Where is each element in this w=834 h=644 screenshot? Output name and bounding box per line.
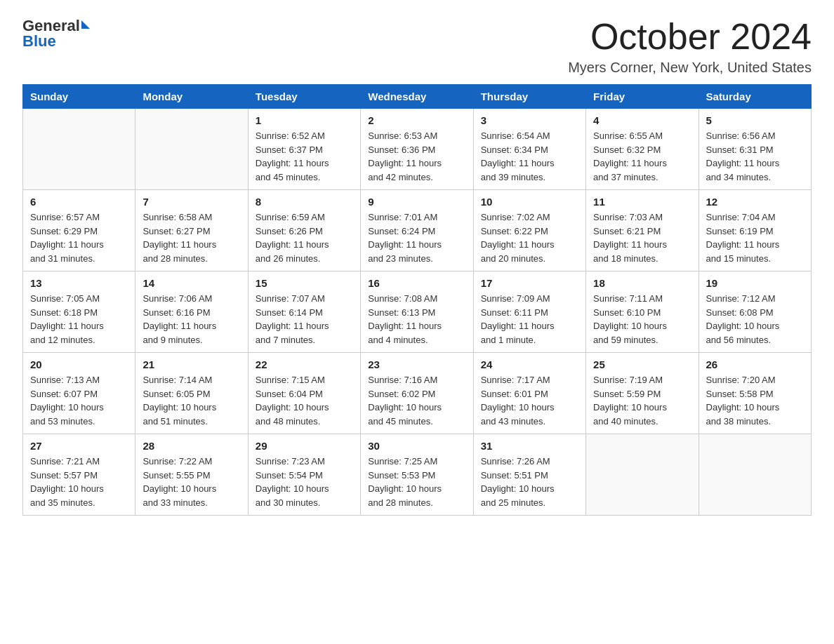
day-number: 11 [593, 196, 691, 208]
day-info: Sunrise: 7:02 AM Sunset: 6:22 PM Dayligh… [481, 210, 578, 265]
day-number: 10 [481, 196, 578, 208]
day-number: 12 [706, 196, 804, 208]
day-info: Sunrise: 7:17 AM Sunset: 6:01 PM Dayligh… [481, 373, 578, 428]
day-info: Sunrise: 7:20 AM Sunset: 5:58 PM Dayligh… [706, 373, 804, 428]
calendar-cell: 18Sunrise: 7:11 AM Sunset: 6:10 PM Dayli… [586, 271, 699, 353]
calendar-cell: 10Sunrise: 7:02 AM Sunset: 6:22 PM Dayli… [473, 190, 585, 271]
day-info: Sunrise: 6:58 AM Sunset: 6:27 PM Dayligh… [143, 210, 240, 265]
calendar-cell: 30Sunrise: 7:25 AM Sunset: 5:53 PM Dayli… [361, 434, 473, 516]
calendar-cell: 29Sunrise: 7:23 AM Sunset: 5:54 PM Dayli… [248, 434, 360, 516]
logo-blue-text: Blue [22, 32, 56, 51]
calendar-cell: 2Sunrise: 6:53 AM Sunset: 6:36 PM Daylig… [361, 109, 473, 190]
calendar-week-row: 13Sunrise: 7:05 AM Sunset: 6:18 PM Dayli… [23, 271, 812, 353]
calendar-week-row: 20Sunrise: 7:13 AM Sunset: 6:07 PM Dayli… [23, 353, 812, 434]
day-number: 15 [256, 277, 353, 289]
calendar-cell: 25Sunrise: 7:19 AM Sunset: 5:59 PM Dayli… [586, 353, 699, 434]
calendar-cell: 21Sunrise: 7:14 AM Sunset: 6:05 PM Dayli… [135, 353, 248, 434]
calendar-cell: 8Sunrise: 6:59 AM Sunset: 6:26 PM Daylig… [248, 190, 360, 271]
day-number: 5 [706, 114, 804, 126]
day-info: Sunrise: 7:04 AM Sunset: 6:19 PM Dayligh… [706, 210, 804, 265]
calendar-cell: 1Sunrise: 6:52 AM Sunset: 6:37 PM Daylig… [248, 109, 360, 190]
calendar-header-sunday: Sunday [23, 85, 135, 109]
month-title: October 2024 [568, 17, 812, 57]
calendar-cell: 9Sunrise: 7:01 AM Sunset: 6:24 PM Daylig… [361, 190, 473, 271]
day-info: Sunrise: 7:21 AM Sunset: 5:57 PM Dayligh… [30, 455, 128, 509]
day-info: Sunrise: 7:19 AM Sunset: 5:59 PM Dayligh… [593, 373, 691, 428]
day-number: 1 [256, 114, 353, 126]
day-info: Sunrise: 7:01 AM Sunset: 6:24 PM Dayligh… [368, 210, 465, 265]
day-info: Sunrise: 7:09 AM Sunset: 6:11 PM Dayligh… [481, 292, 578, 347]
calendar-cell: 12Sunrise: 7:04 AM Sunset: 6:19 PM Dayli… [699, 190, 811, 271]
calendar-cell: 20Sunrise: 7:13 AM Sunset: 6:07 PM Dayli… [23, 353, 135, 434]
calendar-cell [135, 109, 248, 190]
day-info: Sunrise: 7:03 AM Sunset: 6:21 PM Dayligh… [593, 210, 691, 265]
calendar-cell [699, 434, 811, 516]
calendar-header-saturday: Saturday [699, 85, 811, 109]
day-info: Sunrise: 7:14 AM Sunset: 6:05 PM Dayligh… [143, 373, 240, 428]
calendar-cell: 5Sunrise: 6:56 AM Sunset: 6:31 PM Daylig… [699, 109, 811, 190]
calendar-cell: 16Sunrise: 7:08 AM Sunset: 6:13 PM Dayli… [361, 271, 473, 353]
calendar-week-row: 6Sunrise: 6:57 AM Sunset: 6:29 PM Daylig… [23, 190, 812, 271]
day-number: 4 [593, 114, 691, 126]
day-info: Sunrise: 7:05 AM Sunset: 6:18 PM Dayligh… [30, 292, 128, 347]
day-number: 27 [30, 440, 128, 452]
day-info: Sunrise: 6:53 AM Sunset: 6:36 PM Dayligh… [368, 129, 465, 184]
page-header: General Blue October 2024 Myers Corner, … [22, 17, 812, 76]
calendar-cell [586, 434, 699, 516]
day-number: 30 [368, 440, 465, 452]
day-number: 20 [30, 358, 128, 370]
location-title: Myers Corner, New York, United States [568, 60, 812, 76]
day-info: Sunrise: 7:07 AM Sunset: 6:14 PM Dayligh… [256, 292, 353, 347]
day-number: 21 [143, 358, 240, 370]
calendar-cell [23, 109, 135, 190]
calendar-header-friday: Friday [586, 85, 699, 109]
day-number: 14 [143, 277, 240, 289]
day-info: Sunrise: 7:11 AM Sunset: 6:10 PM Dayligh… [593, 292, 691, 347]
day-number: 3 [481, 114, 578, 126]
day-number: 19 [706, 277, 804, 289]
day-number: 16 [368, 277, 465, 289]
calendar-week-row: 27Sunrise: 7:21 AM Sunset: 5:57 PM Dayli… [23, 434, 812, 516]
calendar-cell: 14Sunrise: 7:06 AM Sunset: 6:16 PM Dayli… [135, 271, 248, 353]
calendar-cell: 28Sunrise: 7:22 AM Sunset: 5:55 PM Dayli… [135, 434, 248, 516]
day-info: Sunrise: 6:52 AM Sunset: 6:37 PM Dayligh… [256, 129, 353, 184]
calendar-cell: 15Sunrise: 7:07 AM Sunset: 6:14 PM Dayli… [248, 271, 360, 353]
calendar-week-row: 1Sunrise: 6:52 AM Sunset: 6:37 PM Daylig… [23, 109, 812, 190]
day-number: 24 [481, 358, 578, 370]
day-info: Sunrise: 7:06 AM Sunset: 6:16 PM Dayligh… [143, 292, 240, 347]
day-info: Sunrise: 6:59 AM Sunset: 6:26 PM Dayligh… [256, 210, 353, 265]
calendar-header-thursday: Thursday [473, 85, 585, 109]
calendar-cell: 24Sunrise: 7:17 AM Sunset: 6:01 PM Dayli… [473, 353, 585, 434]
day-number: 25 [593, 358, 691, 370]
day-number: 17 [481, 277, 578, 289]
day-number: 6 [30, 196, 128, 208]
logo-arrow-icon [81, 20, 90, 29]
day-number: 8 [256, 196, 353, 208]
logo: General Blue [22, 17, 90, 51]
calendar-header-monday: Monday [135, 85, 248, 109]
calendar-table: SundayMondayTuesdayWednesdayThursdayFrid… [22, 84, 812, 516]
day-number: 18 [593, 277, 691, 289]
calendar-header-tuesday: Tuesday [248, 85, 360, 109]
calendar-cell: 31Sunrise: 7:26 AM Sunset: 5:51 PM Dayli… [473, 434, 585, 516]
day-info: Sunrise: 6:57 AM Sunset: 6:29 PM Dayligh… [30, 210, 128, 265]
title-block: October 2024 Myers Corner, New York, Uni… [568, 17, 812, 76]
day-number: 26 [706, 358, 804, 370]
day-info: Sunrise: 7:26 AM Sunset: 5:51 PM Dayligh… [481, 455, 578, 509]
calendar-cell: 23Sunrise: 7:16 AM Sunset: 6:02 PM Dayli… [361, 353, 473, 434]
calendar-cell: 17Sunrise: 7:09 AM Sunset: 6:11 PM Dayli… [473, 271, 585, 353]
calendar-cell: 22Sunrise: 7:15 AM Sunset: 6:04 PM Dayli… [248, 353, 360, 434]
calendar-cell: 4Sunrise: 6:55 AM Sunset: 6:32 PM Daylig… [586, 109, 699, 190]
calendar-cell: 6Sunrise: 6:57 AM Sunset: 6:29 PM Daylig… [23, 190, 135, 271]
calendar-cell: 19Sunrise: 7:12 AM Sunset: 6:08 PM Dayli… [699, 271, 811, 353]
day-info: Sunrise: 6:56 AM Sunset: 6:31 PM Dayligh… [706, 129, 804, 184]
day-number: 23 [368, 358, 465, 370]
calendar-cell: 13Sunrise: 7:05 AM Sunset: 6:18 PM Dayli… [23, 271, 135, 353]
day-number: 2 [368, 114, 465, 126]
calendar-cell: 7Sunrise: 6:58 AM Sunset: 6:27 PM Daylig… [135, 190, 248, 271]
day-info: Sunrise: 6:54 AM Sunset: 6:34 PM Dayligh… [481, 129, 578, 184]
calendar-header-row: SundayMondayTuesdayWednesdayThursdayFrid… [23, 85, 812, 109]
calendar-cell: 27Sunrise: 7:21 AM Sunset: 5:57 PM Dayli… [23, 434, 135, 516]
calendar-header-wednesday: Wednesday [361, 85, 473, 109]
day-number: 29 [256, 440, 353, 452]
